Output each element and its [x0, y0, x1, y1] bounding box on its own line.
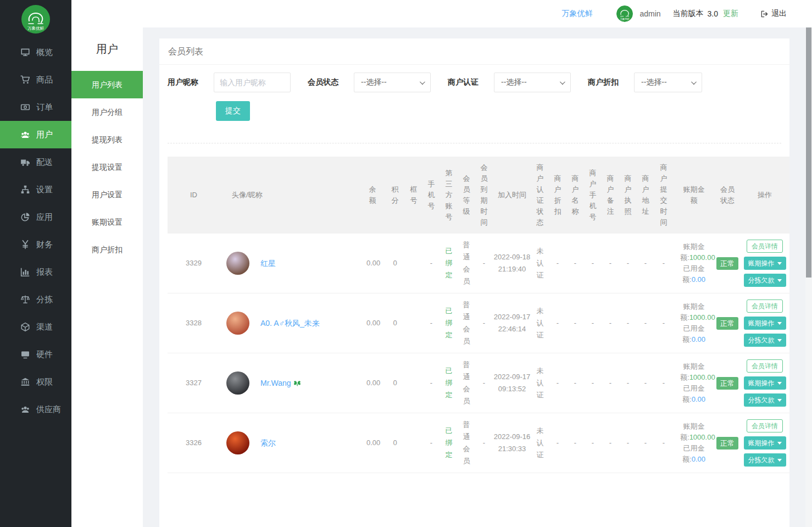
- submit-button[interactable]: 提交: [216, 101, 250, 121]
- caret-down-icon: [777, 339, 782, 342]
- dashed-divider: [168, 143, 781, 143]
- sidebar-item-label: 设置: [36, 185, 53, 195]
- cell-actions: 会员详情 账期操作 分拣欠款: [740, 413, 789, 473]
- user-name-link[interactable]: 红星: [260, 257, 276, 269]
- submenu-item-user-groups[interactable]: 用户分组: [71, 98, 143, 126]
- sidebar-item-delivery[interactable]: 配送: [0, 148, 71, 176]
- cell-merchant-submit-time: -: [654, 234, 673, 293]
- submenu-item-withdraw-settings[interactable]: 提现设置: [71, 153, 143, 181]
- cell-id: 3329: [168, 234, 220, 293]
- column-header: 商户折扣: [549, 157, 566, 234]
- logout-icon: [760, 10, 769, 18]
- member-detail-button[interactable]: 会员详情: [747, 240, 783, 253]
- username: admin: [639, 9, 660, 18]
- sidebar-item-label: 商品: [36, 75, 53, 85]
- cell-status: 正常: [715, 234, 740, 293]
- cell-id: 3328: [168, 293, 220, 353]
- sidebar-item-channels[interactable]: 渠道: [0, 313, 71, 341]
- cell-merchant-submit-time: -: [654, 413, 673, 473]
- cell-box-no: [405, 353, 422, 413]
- cell-merchant-license: -: [619, 234, 637, 293]
- user-name-link[interactable]: Mr.Wang: [260, 377, 291, 389]
- cell-user: 索尔: [220, 413, 360, 473]
- avatar: [226, 312, 249, 335]
- cell-level: 普通会员: [458, 293, 475, 353]
- submenu-item-user-list[interactable]: 用户列表: [71, 71, 143, 98]
- sidebar-item-overview[interactable]: 概览: [0, 38, 71, 66]
- cell-third-party: 已绑定: [440, 234, 458, 293]
- caret-down-icon: [777, 279, 782, 282]
- member-detail-button[interactable]: 会员详情: [747, 419, 783, 432]
- submenu-item-withdraw-list[interactable]: 提现列表: [71, 126, 143, 153]
- cell-merchant-name: -: [566, 234, 584, 293]
- column-header: 会员到期时间: [475, 157, 493, 234]
- version-number: 3.0: [708, 9, 718, 18]
- member-detail-button[interactable]: 会员详情: [747, 359, 783, 373]
- sidebar-item-goods[interactable]: 商品: [0, 66, 71, 93]
- cell-expire: -: [475, 234, 493, 293]
- status-badge: 正常: [716, 257, 738, 270]
- user-name-link[interactable]: 索尔: [260, 437, 276, 449]
- cell-merchant-note: -: [602, 234, 619, 293]
- member-detail-button[interactable]: 会员详情: [747, 299, 783, 313]
- billing-actions-button[interactable]: 账期操作: [744, 376, 786, 390]
- merchant-auth-select[interactable]: --选择--: [494, 73, 571, 92]
- column-header: 手机号: [422, 157, 440, 234]
- billing-actions-button[interactable]: 账期操作: [744, 317, 786, 330]
- sidebar-item-suppliers[interactable]: 供应商: [0, 396, 71, 423]
- used-amount-link[interactable]: 0.00: [692, 455, 705, 463]
- sidebar-item-orders[interactable]: 订单: [0, 93, 71, 121]
- page-scrollbar-thumb[interactable]: [806, 27, 811, 278]
- column-header: 商户提交时间: [654, 157, 673, 234]
- sorting-debt-button[interactable]: 分拣欠款: [744, 274, 786, 287]
- cell-status: 正常: [715, 353, 740, 413]
- sidebar-item-label: 用户: [36, 130, 53, 140]
- sorting-debt-button[interactable]: 分拣欠款: [744, 334, 786, 347]
- merchant-discount-select[interactable]: --选择--: [634, 73, 702, 92]
- sidebar-item-label: 渠道: [36, 322, 53, 332]
- sidebar-item-hardware[interactable]: 硬件: [0, 341, 71, 368]
- suppliers-icon: [20, 404, 30, 414]
- submenu-item-billing-settings[interactable]: 账期设置: [71, 208, 143, 236]
- column-header: 账期金额: [673, 157, 715, 234]
- sidebar-item-apps[interactable]: 应用: [0, 203, 71, 231]
- brand-link[interactable]: 万象优鲜: [561, 9, 592, 19]
- submenu-item-merchant-discount[interactable]: 商户折扣: [71, 236, 143, 263]
- used-amount-link[interactable]: 0.00: [692, 335, 705, 343]
- user-name-link[interactable]: A0. A♂秋风_未来: [260, 317, 320, 329]
- column-header: 余额: [360, 157, 385, 234]
- sidebar-item-users[interactable]: 用户: [0, 121, 71, 148]
- caret-down-icon: [777, 382, 782, 385]
- sidebar-item-finance[interactable]: 财务: [0, 231, 71, 258]
- cell-phone: -: [422, 234, 440, 293]
- display-icon: [20, 350, 30, 359]
- member-status-select[interactable]: --选择--: [354, 73, 431, 92]
- sidebar-item-settings[interactable]: 设置: [0, 176, 71, 203]
- cell-merchant-phone: -: [584, 293, 602, 353]
- sidebar-item-label: 财务: [36, 240, 53, 250]
- app-logo: 万象优鲜: [0, 0, 71, 38]
- billing-actions-button[interactable]: 账期操作: [744, 257, 786, 270]
- cell-third-party: 已绑定: [440, 413, 458, 473]
- nickname-input[interactable]: [214, 73, 291, 92]
- used-amount-link[interactable]: 0.00: [692, 395, 705, 403]
- sidebar-item-label: 概览: [36, 47, 53, 58]
- sidebar-item-sorting[interactable]: 分拣: [0, 286, 71, 313]
- cell-user: Mr.Wang: [220, 353, 360, 413]
- billing-actions-button[interactable]: 账期操作: [744, 436, 786, 450]
- cell-status: 正常: [715, 293, 740, 353]
- sorting-debt-button[interactable]: 分拣欠款: [744, 453, 786, 467]
- sorting-debt-button[interactable]: 分拣欠款: [744, 393, 786, 407]
- member-table-wrap: ID头像/昵称余额积分框号手机号第三方账号会员等级会员到期时间加入时间商户认证状…: [159, 157, 789, 473]
- caret-down-icon: [777, 322, 782, 325]
- column-header: 头像/昵称: [220, 157, 360, 234]
- submenu-item-user-settings[interactable]: 用户设置: [71, 181, 143, 208]
- column-header: 第三方账号: [440, 157, 458, 234]
- cell-points: 0: [385, 413, 405, 473]
- logout-button[interactable]: 退出: [760, 9, 787, 19]
- sidebar-item-permissions[interactable]: 权限: [0, 368, 71, 396]
- sidebar-item-reports[interactable]: 报表: [0, 258, 71, 286]
- avatar: [226, 371, 249, 395]
- update-link[interactable]: 更新: [723, 9, 738, 19]
- used-amount-link[interactable]: 0.00: [692, 275, 705, 284]
